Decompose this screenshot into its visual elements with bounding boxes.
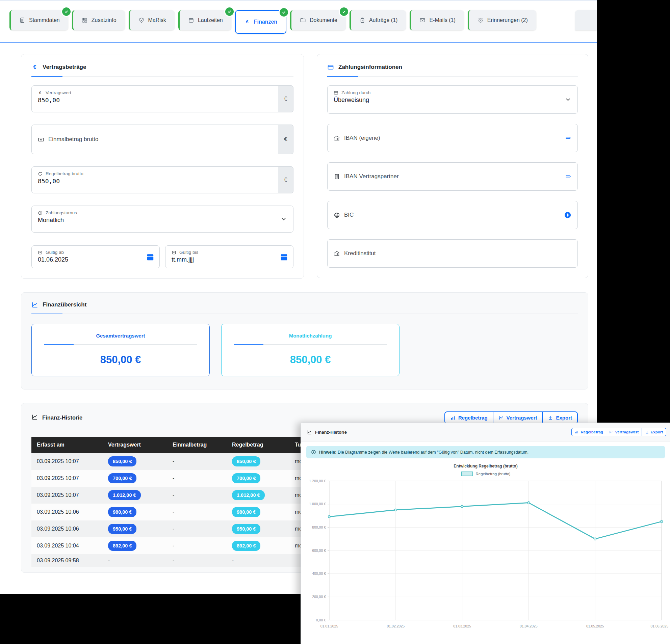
- zahlung-durch-select[interactable]: Zahlung durch Überweisung: [327, 85, 578, 114]
- refresh-icon: [38, 172, 42, 176]
- finanz-historie-chart-window: Finanz-Historie Regelbetrag Vertragswert…: [300, 423, 670, 644]
- banknote-action-icon[interactable]: [565, 173, 572, 180]
- button-label: Regelbetrag: [580, 430, 603, 434]
- euro-icon: €: [31, 64, 38, 70]
- vertragswert-field[interactable]: € Vertragswert 850,00 €: [31, 85, 293, 112]
- svg-text:200,00 €: 200,00 €: [312, 595, 326, 599]
- cell-einmalbetrag: -: [167, 537, 227, 554]
- vertragswert-button[interactable]: Vertragswert: [606, 428, 642, 436]
- document-icon: [19, 17, 25, 23]
- tab-label: MaRisk: [148, 17, 166, 23]
- card-value: 850,00 €: [234, 354, 387, 366]
- regelbetrag-button[interactable]: Regelbetrag: [444, 411, 493, 424]
- field-label: IBAN (eigene): [344, 135, 380, 141]
- tab-dokumente[interactable]: Dokumente: [290, 10, 346, 30]
- cell-erfasst: 03.09.2025 10:07: [31, 487, 103, 504]
- iban-eigene-field[interactable]: IBAN (eigene): [327, 124, 578, 152]
- vertragswert-button[interactable]: Vertragswert: [493, 411, 543, 424]
- check-badge-icon: [279, 7, 289, 17]
- svg-text:0,00 €: 0,00 €: [316, 618, 326, 622]
- euro-icon: €: [244, 19, 250, 25]
- datepicker-button[interactable]: [146, 253, 155, 262]
- datepicker-button[interactable]: [280, 253, 289, 262]
- export-button[interactable]: Export: [542, 411, 578, 424]
- check-badge-icon: [339, 6, 349, 17]
- hint-body: Die Diagramme zeigen die Werte basierend…: [336, 450, 528, 455]
- chart-line-icon: [609, 430, 613, 434]
- svg-text:€: €: [34, 64, 37, 70]
- grid-icon: [82, 17, 88, 23]
- regelbetrag-badge: 1.012,00 €: [232, 490, 265, 500]
- panel-finanzuebersicht: Finanzübersicht Gesamtvertragswert 850,0…: [21, 292, 588, 389]
- tab-label: Laufzeiten: [198, 17, 223, 23]
- tab-zusatzinfo[interactable]: Zusatzinfo: [72, 10, 125, 30]
- section-title: Finanz-Historie: [42, 414, 82, 421]
- cell-einmalbetrag: -: [167, 487, 227, 504]
- tab-finanzen[interactable]: € Finanzen: [235, 10, 286, 34]
- tab-laufzeiten[interactable]: Laufzeiten: [178, 10, 231, 30]
- vertragswert-badge: 950,00 €: [108, 524, 136, 534]
- zahlungsturnus-select[interactable]: Zahlungsturnus Monatlich: [31, 206, 293, 233]
- credit-card-icon: [334, 91, 338, 95]
- svg-text:400,00 €: 400,00 €: [312, 572, 326, 575]
- svg-text:01.06.2025: 01.06.2025: [651, 624, 668, 628]
- column-header: Erfasst am: [31, 437, 103, 453]
- overlay-title: Finanz-Historie: [307, 430, 347, 435]
- tab-label: Finanzen: [254, 19, 277, 25]
- vertragswert-badge: 892,00 €: [108, 541, 136, 551]
- cell-erfasst: 03.09.2025 10:07: [31, 470, 103, 487]
- svg-text:01.05.2025: 01.05.2025: [586, 624, 604, 628]
- regelbetrag-field[interactable]: Regelbetrag brutto 850,00 €: [31, 166, 293, 193]
- iban-vertragspartner-field[interactable]: IBAN Vertragspartner: [327, 162, 578, 191]
- regelbetrag-button[interactable]: Regelbetrag: [572, 428, 606, 436]
- gueltig-ab-field[interactable]: Gültig ab 01.06.2025: [31, 245, 160, 268]
- folder-icon: [300, 17, 306, 23]
- chart-legend: Regelbetrag (brutto): [301, 471, 670, 476]
- calendar-icon: [188, 17, 194, 23]
- field-value: Monatlich: [32, 215, 293, 228]
- export-button[interactable]: Export: [642, 428, 666, 436]
- tab-erinnerungen[interactable]: Erinnerungen (2): [468, 10, 536, 30]
- svg-text:600,00 €: 600,00 €: [312, 548, 326, 552]
- field-label: Gültig bis: [179, 250, 198, 255]
- alarm-icon: [478, 17, 484, 23]
- cell-regelbetrag: -: [227, 554, 290, 567]
- tab-emails[interactable]: E-Mails (1): [410, 10, 464, 30]
- gueltig-bis-field[interactable]: Gültig bis tt.mm.jjjj: [165, 245, 293, 268]
- chart-bar-icon: [450, 415, 456, 421]
- currency-suffix: €: [278, 125, 293, 154]
- tab-marisk[interactable]: MaRisk: [129, 10, 175, 30]
- hint-text: Hinweis: Die Diagramme zeigen die Werte …: [319, 450, 528, 455]
- field-label: Einmalbetrag brutto: [48, 136, 98, 143]
- overlay-header: Finanz-Historie Regelbetrag Vertragswert…: [301, 423, 670, 441]
- field-value: Überweisung: [327, 95, 577, 108]
- field-label: Zahlungsturnus: [45, 210, 77, 215]
- column-header: Einmalbetrag: [167, 437, 227, 453]
- building-icon: [334, 174, 340, 180]
- bic-field[interactable]: BIC: [327, 201, 578, 229]
- svg-text:1.000,00 €: 1.000,00 €: [309, 502, 326, 506]
- kreditinstitut-field[interactable]: Kreditinstitut: [327, 239, 578, 268]
- tab-auftraege[interactable]: Aufträge (1): [349, 10, 406, 30]
- vertragswert-badge: 1.012,00 €: [108, 490, 141, 500]
- field-label: Regelbetrag brutto: [45, 171, 83, 176]
- svg-text:800,00 €: 800,00 €: [312, 525, 326, 529]
- bic-lookup-icon[interactable]: [564, 211, 572, 219]
- legend-swatch: [461, 471, 473, 476]
- cell-einmalbetrag: -: [167, 520, 227, 537]
- tabbar-underline: [0, 42, 597, 42]
- section-title: Finanzübersicht: [42, 301, 86, 308]
- panel-vertragsbetraege-header: € Vertragsbeträge: [31, 62, 293, 76]
- banknote-action-icon[interactable]: [565, 135, 572, 141]
- download-icon: [645, 430, 649, 434]
- tab-stub-clipped[interactable]: [575, 10, 597, 30]
- regelbetrag-badge: 892,00 €: [232, 541, 260, 551]
- einmalbetrag-field[interactable]: Einmalbetrag brutto €: [31, 125, 293, 154]
- hint-banner: Hinweis: Die Diagramme zeigen die Werte …: [306, 446, 665, 458]
- chart-line-icon: [31, 301, 38, 308]
- clipboard-icon: [359, 17, 365, 23]
- chart-line-icon: [498, 415, 504, 421]
- button-label: Regelbetrag: [458, 415, 488, 421]
- tab-stammdaten[interactable]: Stammdaten: [10, 10, 68, 30]
- tab-label: Stammdaten: [29, 17, 60, 23]
